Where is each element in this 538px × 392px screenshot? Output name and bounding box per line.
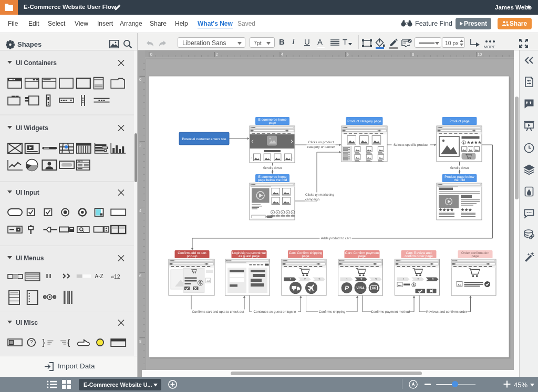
svg-text:Confirms shipping: Confirms shipping [319, 310, 346, 314]
svg-text:P: P [345, 284, 349, 292]
svg-text:page: page [471, 255, 479, 258]
svg-text:6: 6 [347, 52, 349, 57]
svg-text:Scrolls down: Scrolls down [263, 166, 282, 170]
svg-text:Confirms payment method: Confirms payment method [371, 310, 410, 314]
svg-text:page: page [302, 255, 309, 258]
svg-text:UI Menus: UI Menus [16, 255, 44, 262]
svg-text:UI Containers: UI Containers [16, 59, 57, 67]
svg-text:4: 4 [281, 52, 283, 57]
svg-text:UI Input: UI Input [16, 189, 39, 196]
svg-text:Selects specific product: Selects specific product [394, 143, 428, 147]
svg-text:}: } [42, 338, 45, 347]
svg-text:Reviews and confirms order: Reviews and confirms order [426, 310, 467, 314]
svg-text:0: 0 [150, 52, 152, 57]
svg-text:Confirms cart and opts to chec: Confirms cart and opts to check out [192, 310, 244, 314]
svg-text:VISA: VISA [356, 287, 365, 290]
svg-text:{: { [67, 338, 70, 347]
svg-text:6: 6 [139, 273, 141, 278]
svg-text:Clicks on marketing: Clicks on marketing [305, 193, 334, 197]
svg-text:$: $ [463, 141, 465, 145]
svg-text:#•%: #•% [78, 160, 83, 163]
svg-text:$: $ [199, 280, 202, 285]
svg-text:category or banner: category or banner [307, 145, 335, 149]
svg-text:confirm order page: confirm order page [405, 255, 433, 258]
svg-text:«12: «12 [111, 273, 120, 280]
svg-text:page below the fold: page below the fold [258, 178, 287, 182]
svg-text:campaign: campaign [305, 198, 320, 202]
svg-text:10: 10 [478, 52, 482, 57]
svg-text:Potential customer enters site: Potential customer enters site [182, 137, 226, 141]
svg-text:›: › [293, 157, 294, 160]
svg-text:Continues as guest or logs in: Continues as guest or logs in [253, 310, 296, 314]
svg-text:Adds product to cart: Adds product to cart [321, 237, 351, 240]
svg-text:Scrolls down: Scrolls down [450, 166, 469, 170]
svg-text:as guest page: as guest page [239, 255, 260, 258]
svg-text:2: 2 [215, 52, 218, 57]
svg-text:the fold: the fold [454, 178, 465, 182]
svg-text:A-Z: A-Z [95, 273, 104, 279]
svg-text:Clicks on product: Clicks on product [308, 141, 334, 144]
svg-text:page: page [268, 121, 276, 125]
svg-text:0: 0 [139, 77, 141, 82]
svg-text:4: 4 [139, 208, 141, 213]
svg-text:Product category page: Product category page [347, 120, 381, 123]
svg-text:8: 8 [139, 339, 141, 344]
svg-text:UI Misc: UI Misc [16, 319, 38, 326]
svg-text:$: $ [413, 283, 415, 287]
svg-text:‹: ‹ [251, 157, 252, 160]
svg-text:pop-up: pop-up [187, 255, 198, 258]
svg-text:UI Widgets: UI Widgets [16, 124, 48, 132]
svg-text:Product page: Product page [449, 120, 469, 123]
svg-text:8: 8 [412, 52, 414, 57]
svg-text:?: ? [30, 340, 33, 345]
svg-text:2: 2 [139, 143, 141, 147]
svg-text:page: page [358, 255, 366, 258]
